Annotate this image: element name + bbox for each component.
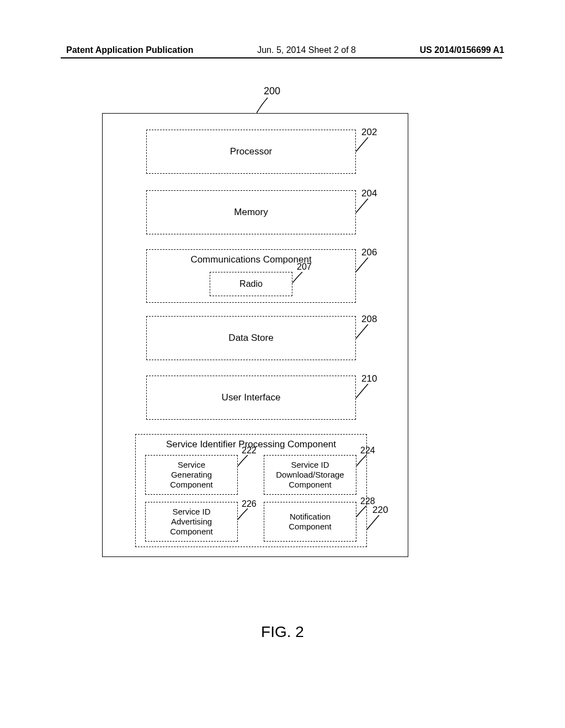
ref-210: 210 — [361, 373, 377, 384]
leader-210 — [356, 384, 371, 399]
label-radio: Radio — [239, 279, 263, 289]
box-service-generating: Service Generating Component — [145, 455, 238, 495]
label-processor: Processor — [230, 146, 273, 157]
ref-226: 226 — [242, 499, 257, 509]
header-divider — [61, 57, 502, 58]
leader-208 — [356, 324, 371, 340]
label-memory: Memory — [234, 207, 268, 218]
box-radio: Radio — [210, 272, 292, 296]
leader-220 — [367, 515, 382, 531]
ref-208: 208 — [361, 314, 377, 325]
leader-222 — [238, 455, 250, 467]
label-dls-3: Component — [289, 480, 332, 490]
header-right: US 2014/0156699 A1 — [420, 45, 504, 55]
header-center: Jun. 5, 2014 Sheet 2 of 8 — [257, 45, 356, 55]
ref-224: 224 — [360, 446, 375, 456]
ref-200: 200 — [264, 85, 280, 97]
box-service-id-download-storage: Service ID Download/Storage Component — [264, 455, 356, 495]
ref-207: 207 — [297, 262, 312, 272]
header-left: Patent Application Publication — [66, 45, 194, 55]
leader-202 — [356, 137, 371, 153]
ref-220: 220 — [372, 505, 388, 516]
ref-222: 222 — [242, 446, 257, 456]
label-sg-2: Generating — [171, 470, 212, 480]
leader-200 — [257, 98, 272, 113]
box-datastore: Data Store — [146, 316, 356, 360]
label-adv-3: Component — [170, 527, 213, 537]
label-communications: Communications Component — [190, 254, 311, 265]
ref-206: 206 — [361, 247, 377, 258]
leader-226 — [238, 508, 250, 521]
box-notification: Notification Component — [264, 502, 356, 542]
box-service-id-advertising: Service ID Advertising Component — [145, 502, 238, 542]
ref-204: 204 — [361, 188, 377, 199]
label-not-1: Notification — [290, 512, 331, 522]
label-not-2: Component — [289, 522, 332, 532]
leader-228 — [356, 506, 369, 518]
box-memory: Memory — [146, 190, 356, 234]
label-adv-2: Advertising — [171, 517, 212, 527]
page-header: Patent Application Publication Jun. 5, 2… — [0, 45, 565, 55]
label-sg-1: Service — [178, 460, 205, 470]
leader-206 — [356, 258, 371, 273]
box-userinterface: User Interface — [146, 376, 356, 420]
leader-204 — [356, 199, 371, 214]
label-userinterface: User Interface — [222, 392, 281, 403]
label-dls-2: Download/Storage — [276, 470, 344, 480]
figure-caption: FIG. 2 — [0, 623, 565, 641]
leader-224 — [356, 455, 369, 467]
label-dls-1: Service ID — [291, 460, 329, 470]
ref-202: 202 — [361, 127, 377, 138]
label-sg-3: Component — [170, 480, 213, 490]
leader-207 — [292, 272, 305, 284]
box-processor: Processor — [146, 130, 356, 174]
label-datastore: Data Store — [228, 333, 273, 344]
diagram-area: 200 Processor 202 Memory 204 Communicati… — [102, 85, 408, 557]
ref-228: 228 — [360, 496, 375, 506]
label-adv-1: Service ID — [172, 507, 210, 517]
